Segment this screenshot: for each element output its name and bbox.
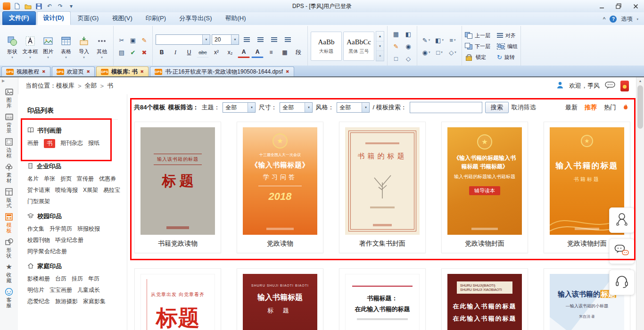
style-select[interactable]: 全部 ▾ — [337, 102, 370, 113]
product-item[interactable]: 折页 — [60, 175, 72, 183]
product-item[interactable]: 挂历 — [72, 275, 83, 283]
apply-icon[interactable]: ✔ — [128, 49, 138, 57]
format-painter-icon[interactable]: ✎ — [139, 36, 149, 44]
breadcrumb-template-library[interactable]: 模板库 — [56, 82, 74, 90]
welcome-user-text[interactable]: 欢迎，季风 — [569, 82, 600, 90]
product-item[interactable]: 门型展架 — [27, 198, 50, 206]
rail-item-shape[interactable]: 形状 — [5, 238, 13, 258]
cancel-filter-button[interactable]: 取消筛选 — [512, 103, 536, 112]
help-icon[interactable]: ? — [610, 16, 617, 23]
shape-style-button[interactable]: □▾ — [433, 49, 446, 57]
rail-item-template[interactable]: 模板 — [5, 213, 13, 233]
rail-item-gallery[interactable]: 图库 — [5, 88, 13, 108]
rail-item-material[interactable]: 素材 — [5, 163, 13, 183]
menu-help[interactable]: 帮助(H) — [219, 12, 252, 25]
product-item[interactable]: 明信片 — [27, 286, 44, 294]
underline-button[interactable]: U — [183, 47, 195, 58]
product-item-newspaper[interactable]: 报纸 — [88, 139, 99, 148]
template-search-input[interactable] — [410, 102, 482, 113]
align-objects-button[interactable]: 对齐 — [497, 31, 518, 40]
align-center-button[interactable] — [254, 34, 266, 45]
undo-icon[interactable]: ↶ — [45, 2, 54, 10]
rail-item-border[interactable]: 边框 — [5, 138, 13, 158]
rail-item-favorites[interactable]: ★ 收藏 — [5, 263, 13, 283]
fill-tool-icon[interactable]: ▦ — [390, 30, 402, 38]
outline-style-button[interactable]: ≡▾ — [446, 36, 459, 44]
doc-tab-close-icon[interactable]: ✖ — [42, 69, 46, 74]
font-family-select[interactable]: ▾ — [156, 34, 210, 45]
product-item[interactable]: 家庭影集 — [83, 297, 106, 305]
paragraph-button[interactable]: 段 — [292, 47, 305, 58]
table-tool-button[interactable]: 表格 ▾ — [58, 34, 74, 58]
template-card-8[interactable]: 书籍标题： 在此输入书籍的标题 R — [339, 268, 426, 330]
rail-item-layout[interactable]: 版式 — [5, 188, 13, 208]
template-card-9[interactable]: SHURU SHUJI(BIAOTI) SHURU SHUJI XIAOBIAO… — [441, 268, 528, 330]
product-item[interactable]: 喷绘海报 — [55, 186, 78, 194]
template-card-4[interactable]: ★ 《输入书籍的标题输入书籍标题 书籍标题》 输入书籍的标题输入书籍标题 辅导读… — [441, 122, 528, 253]
textbox-tool-button[interactable]: 文本框 ▾ — [22, 34, 39, 58]
options-dropdown-icon[interactable]: ▾ — [636, 17, 638, 21]
options-button[interactable]: 选项 — [621, 15, 632, 23]
product-item[interactable]: 宝宝画册 — [50, 286, 72, 294]
product-item[interactable]: 台历 — [55, 275, 66, 283]
theme-select[interactable]: 全部 ▾ — [223, 102, 256, 113]
line-spacing-button[interactable]: ≡ — [265, 47, 277, 58]
toolbar-customize-icon[interactable]: ▾ — [67, 2, 75, 10]
font-size-select[interactable]: 20 ▾ — [212, 34, 239, 45]
ribbon-collapse-icon[interactable]: ^ — [603, 16, 606, 23]
chat-contact-button[interactable] — [609, 239, 635, 264]
italic-button[interactable]: I — [169, 47, 182, 58]
message-bubble-icon[interactable] — [605, 81, 615, 91]
product-item[interactable]: 名片 — [27, 175, 39, 183]
group-button[interactable]: 编组 — [497, 42, 518, 51]
red-packet-icon[interactable] — [620, 81, 629, 91]
sort-recommend[interactable]: 推荐 — [585, 103, 597, 112]
qq-contact-button[interactable] — [609, 207, 635, 233]
restore-button[interactable] — [610, 0, 627, 12]
highlight-color-button[interactable]: A — [251, 47, 264, 58]
product-item[interactable]: 易拉宝 — [103, 186, 120, 194]
rotate-button[interactable]: ↻ 旋转 — [497, 53, 518, 62]
doc-tab-video-tutorial[interactable]: DPS 视频教程 ✖ — [1, 66, 50, 76]
draw-pen-button[interactable]: ✎▾ — [420, 36, 432, 44]
copy-icon[interactable]: ▣ — [128, 36, 138, 44]
menu-share-export[interactable]: 分享导出(S) — [173, 12, 218, 25]
product-item-magazine[interactable]: 期刊杂志 — [60, 139, 83, 148]
strikethrough-button[interactable]: abc — [197, 47, 209, 58]
doc-tab-book-file[interactable]: DPS 书-正16开软皮平装-党政读物190508-1644.dpsf ✖ — [150, 66, 294, 76]
doc-tab-close-icon[interactable]: ✖ — [87, 69, 91, 74]
menu-file[interactable]: 文件(F) — [2, 11, 36, 25]
product-item[interactable]: 旅游摄影 — [55, 297, 78, 305]
scrollbar-thumb[interactable] — [637, 85, 643, 129]
superscript-button[interactable]: x² — [210, 47, 223, 58]
scrollbar-up-icon[interactable]: ▲ — [636, 77, 644, 84]
gradient-button[interactable]: ◧▾ — [433, 36, 446, 44]
product-item[interactable]: 儿童成长 — [77, 286, 100, 294]
align-right-button[interactable] — [268, 34, 280, 45]
breadcrumb-book[interactable]: 书 — [107, 82, 113, 90]
sort-newest[interactable]: 最新 — [565, 103, 578, 112]
breadcrumb-all[interactable]: 全部 — [85, 82, 97, 90]
shade-tool-icon[interactable]: ◧ — [403, 30, 414, 38]
product-item[interactable]: 单张 — [44, 175, 55, 183]
product-item[interactable]: 校园刊物 — [27, 236, 50, 244]
template-card-6[interactable]: 从党章出发 向党章看齐 标题 学习读本 — [134, 268, 221, 330]
template-card-3[interactable]: 书籍的标题 著作文集书封面 — [339, 122, 426, 253]
align-justify-button[interactable] — [281, 34, 294, 45]
shape-outline-icon[interactable]: □ — [390, 55, 402, 63]
rail-item-background[interactable]: 背景 — [5, 113, 13, 133]
product-item[interactable]: 毕业纪念册 — [55, 236, 83, 244]
sort-hot[interactable]: 热门 — [604, 103, 616, 112]
search-button[interactable]: 搜索 — [485, 102, 509, 113]
open-file-icon[interactable] — [24, 2, 32, 10]
more-effects-button[interactable]: ◇▾ — [446, 49, 459, 57]
menu-view[interactable]: 视图(V) — [106, 12, 138, 25]
close-button[interactable] — [627, 0, 644, 12]
style-scroll-up-icon[interactable]: ▲ — [376, 32, 384, 41]
menu-page[interactable]: 页面(G) — [72, 12, 105, 25]
product-item[interactable]: 恋爱纪念 — [27, 297, 50, 305]
product-item-album[interactable]: 画册 — [27, 139, 39, 148]
product-item[interactable]: 影楼相册 — [27, 275, 50, 283]
doc-tab-welcome[interactable]: DPS 欢迎页 ✖ — [52, 66, 95, 76]
doc-tab-close-icon[interactable]: ✖ — [140, 69, 144, 74]
